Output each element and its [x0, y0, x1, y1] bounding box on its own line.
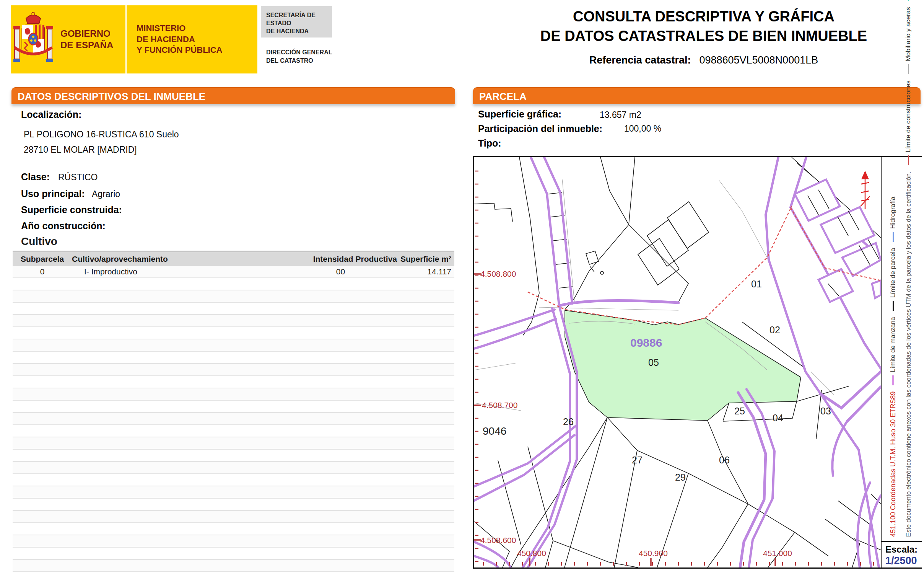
ministerio-cell: MINISTERIO DE HACIENDA Y FUNCIÓN PÚBLICA	[127, 5, 257, 73]
uso-principal-label: Uso principal:	[21, 188, 85, 199]
map-legend-strip: 451.100 Coordenadas U.T.M. Huso 30 ETRS8…	[881, 157, 922, 567]
y-grid-label: 4.508.800	[480, 269, 516, 278]
empty-table-row	[13, 535, 454, 548]
empty-table-row	[13, 450, 454, 462]
empty-table-row	[13, 327, 454, 339]
superficie-construida-label: Superficie construida:	[21, 204, 122, 215]
legend-limite-construcciones: Límite de construcciones	[904, 80, 912, 165]
legend-zona-verde: Límite zona verde	[904, 0, 912, 1]
gobierno-line1: GOBIERNO	[60, 28, 113, 39]
cultivo-table: Subparcela Cultivo/aprovechamiento Inten…	[13, 251, 454, 574]
legend-hidrografia: Hidrografía	[889, 197, 897, 242]
empty-table-row	[13, 339, 454, 352]
escala-label: Escala:	[885, 544, 922, 555]
y-grid-label: 4.508.600	[480, 536, 516, 545]
empty-table-row	[13, 560, 454, 572]
gobierno-line2: DE ESPAÑA	[60, 39, 113, 51]
spain-government-logo: GOBIERNO DE ESPAÑA MINISTERIO DE HACIEND…	[11, 5, 257, 73]
y-grid-label: 4.508.700	[482, 401, 517, 409]
empty-table-row	[13, 376, 454, 388]
superficie-grafica-value: 13.657 m2	[600, 110, 641, 120]
secretaria-de-estado-box: SECRETARÍA DE ESTADO DE HACIENDA	[261, 6, 332, 38]
parcela-swatch	[893, 301, 894, 311]
cell-cultivo: I- Improductivo	[72, 267, 284, 276]
cell-superficie: 14.117	[397, 267, 454, 276]
address-line1: PL POLIGONO 16-RUSTICA 610 Suelo	[24, 129, 179, 140]
parcel-label-27: 27	[632, 455, 643, 465]
parcel-label-29: 29	[675, 472, 686, 483]
legend-limite-manzana: Límite de manzana	[889, 317, 897, 385]
empty-table-row	[13, 474, 454, 486]
parcel-label-01: 01	[751, 279, 762, 289]
parcel-label-02: 02	[769, 325, 780, 335]
x-grid-label: 451.000	[763, 549, 792, 558]
col-intensidad: Intensidad Productiva	[284, 254, 397, 264]
empty-table-row	[13, 499, 454, 511]
parcel-label-04: 04	[773, 413, 783, 423]
direccion-line1: DIRECCIÓN GENERAL	[266, 48, 332, 57]
localizacion-label: Localización:	[21, 109, 81, 120]
empty-table-row	[13, 315, 454, 327]
page: GOBIERNO DE ESPAÑA MINISTERIO DE HACIEND…	[0, 0, 924, 574]
uso-principal-value: Agrario	[92, 189, 120, 199]
secretaria-line2: DE HACIENDA	[266, 28, 332, 36]
empty-table-row	[13, 303, 454, 315]
participacion-value: 100,00 %	[624, 124, 661, 134]
table-row: 0 I- Improductivo 00 14.117	[13, 266, 454, 278]
ministerio-line1: MINISTERIO	[137, 23, 257, 34]
section-header-parcela: PARCELA	[473, 87, 921, 104]
empty-table-row	[13, 290, 454, 303]
cadastral-map[interactable]: 4.508.800 4.508.700 4.508.600 450.800 45…	[473, 156, 922, 569]
clase-value: RÚSTICO	[58, 172, 98, 183]
x-grid-label: 450.800	[517, 549, 546, 558]
certification-note: Este documento electrónico contiene anex…	[905, 171, 912, 537]
x-grid-label: 450.900	[639, 549, 668, 558]
col-cultivo: Cultivo/aprovechamiento	[72, 254, 284, 264]
legend-mobiliario: Mobiliario y aceras	[904, 7, 912, 74]
section-header-datos-descriptivos: DATOS DESCRIPTIVOS DEL INMUEBLE	[11, 87, 455, 104]
cell-intensidad: 00	[284, 267, 397, 276]
direccion-line2: DEL CATASTRO	[266, 57, 332, 65]
empty-table-row	[13, 523, 454, 535]
utm-coordinates-note: 451.100 Coordenadas U.T.M. Huso 30 ETRS8…	[889, 391, 897, 537]
map-canvas[interactable]: 4.508.800 4.508.700 4.508.600 450.800 45…	[474, 157, 881, 567]
empty-table-row	[13, 278, 454, 290]
parcel-label-06: 06	[719, 455, 730, 465]
cell-subparcela: 0	[13, 267, 72, 276]
scale-box: Escala: 1/2500	[882, 541, 922, 567]
parcel-label-25: 25	[734, 406, 745, 416]
rotated-legend: 451.100 Coordenadas U.T.M. Huso 30 ETRS8…	[882, 157, 920, 538]
parcel-label-9046: 9046	[483, 425, 506, 437]
parcel-ref-label-09886: 09886	[630, 336, 662, 349]
empty-table-row	[13, 572, 454, 574]
referencia-label: Referencia catastral:	[589, 54, 691, 66]
zona-verde-swatch	[908, 0, 909, 1]
parcel-label-26: 26	[563, 416, 574, 427]
col-subparcela: Subparcela	[13, 254, 72, 264]
parcel-label-05: 05	[648, 357, 659, 368]
hidrografia-swatch	[893, 232, 894, 242]
participacion-label: Participación del inmueble:	[478, 123, 602, 134]
construcciones-swatch	[908, 155, 909, 165]
anio-construccion-label: Año construcción:	[21, 220, 106, 232]
parcel-label-03: 03	[820, 406, 831, 416]
secretaria-line1: SECRETARÍA DE ESTADO	[266, 11, 332, 28]
manzana-swatch	[892, 375, 894, 385]
empty-table-row	[13, 548, 454, 560]
cultivo-table-header: Subparcela Cultivo/aprovechamiento Inten…	[13, 251, 454, 266]
empty-table-row	[13, 352, 454, 364]
cultivo-title: Cultivo	[21, 235, 57, 248]
ministerio-line2: DE HACIENDA	[137, 34, 257, 45]
empty-table-row	[13, 486, 454, 499]
document-title: CONSULTA DESCRIPTIVA Y GRÁFICA DE DATOS …	[493, 7, 914, 46]
empty-table-row	[13, 437, 454, 450]
empty-table-row	[13, 462, 454, 474]
coat-of-arms-icon	[11, 11, 56, 68]
empty-table-row	[13, 364, 454, 376]
legend-limite-parcela: Límite de parcela	[889, 248, 897, 311]
empty-table-row	[13, 401, 454, 413]
empty-table-row	[13, 413, 454, 425]
clase-label: Clase:	[21, 171, 50, 183]
title-line2: DE DATOS CATASTRALES DE BIEN INMUEBLE	[493, 26, 914, 46]
empty-table-row	[13, 425, 454, 437]
